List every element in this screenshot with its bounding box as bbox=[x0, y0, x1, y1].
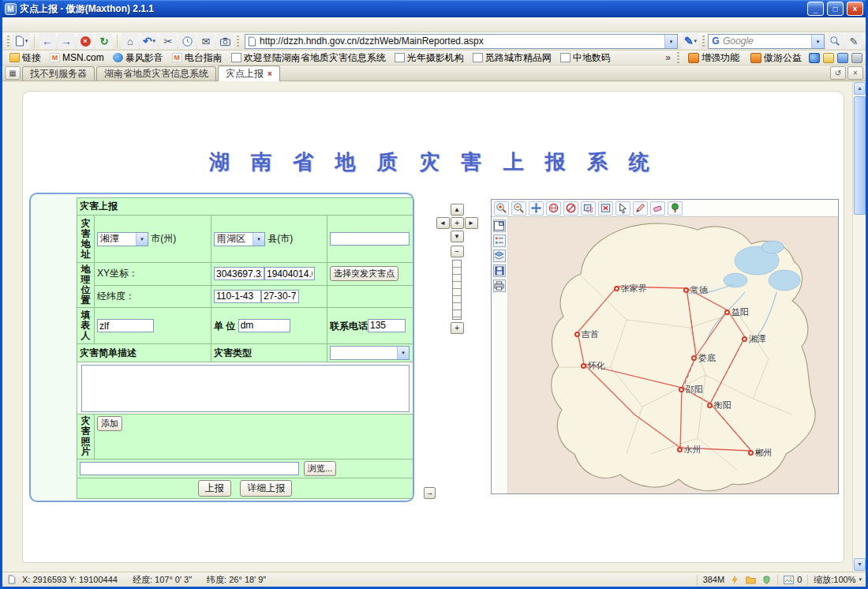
reporter-input[interactable] bbox=[97, 319, 154, 332]
pan-tool-button[interactable] bbox=[529, 201, 544, 216]
links-bar-link[interactable]: 觅路城市精品网 bbox=[469, 51, 556, 66]
highlight-button[interactable]: ✎ bbox=[845, 33, 862, 49]
pan-left-button[interactable]: ◄ bbox=[436, 217, 450, 229]
y-coordinate-input[interactable] bbox=[264, 267, 315, 280]
stop-button[interactable]: × bbox=[77, 33, 94, 49]
pan-center-button[interactable]: + bbox=[451, 217, 464, 229]
links-bar-link[interactable]: 中地数码 bbox=[556, 51, 615, 66]
links-bar-link[interactable]: 欢迎登陆湖南省地质灾害信息系统 bbox=[227, 51, 390, 66]
clear-selection-button[interactable] bbox=[598, 201, 613, 216]
reopen-closed-tab-button[interactable]: ↺ bbox=[830, 66, 846, 80]
links-bar-link[interactable]: 电台指南 bbox=[168, 51, 226, 66]
links-bar-tool[interactable]: 傲游公益 bbox=[746, 51, 806, 66]
close-button[interactable]: × bbox=[847, 2, 863, 16]
zoom-out-step-button[interactable]: − bbox=[451, 246, 464, 257]
map-city-marker[interactable]: 益阳 bbox=[724, 306, 749, 318]
snapshot-button[interactable] bbox=[216, 33, 234, 49]
search-engine-dropdown[interactable]: ▾ bbox=[811, 35, 824, 48]
phone-input[interactable] bbox=[368, 319, 406, 332]
history-button[interactable] bbox=[178, 33, 196, 49]
world-icon[interactable] bbox=[809, 53, 820, 63]
image-filter-group[interactable]: 0 bbox=[784, 575, 802, 585]
detailed-report-button[interactable]: 详细上报 bbox=[240, 480, 292, 497]
search-button[interactable] bbox=[826, 33, 844, 49]
links-bar-link[interactable]: 暴风影音 bbox=[109, 51, 167, 66]
select-rectangle-button[interactable] bbox=[581, 201, 596, 216]
map-city-marker[interactable]: 怀化 bbox=[581, 360, 605, 372]
address-input[interactable]: http://dzzh.hndh.gov.cn/dzzhWeb/MainRepo… bbox=[256, 36, 664, 47]
identify-button[interactable] bbox=[615, 201, 630, 216]
split-screen-icon[interactable] bbox=[823, 53, 834, 63]
map-city-marker[interactable]: 邵阳 bbox=[679, 384, 703, 396]
boost-icon[interactable] bbox=[730, 575, 740, 585]
search-box[interactable]: Google ▾ bbox=[708, 34, 825, 49]
refresh-button[interactable]: ↻ bbox=[95, 33, 113, 49]
longitude-input[interactable] bbox=[214, 290, 261, 303]
zoom-in-button[interactable] bbox=[494, 201, 509, 216]
links-overflow-chevron[interactable]: » bbox=[664, 52, 672, 63]
tab-menu-button[interactable]: × bbox=[847, 66, 863, 80]
menu-item[interactable] bbox=[18, 23, 31, 26]
scroll-up-button[interactable]: ▲ bbox=[854, 82, 866, 95]
measure-button[interactable] bbox=[633, 201, 648, 216]
map-city-marker[interactable]: 张家界 bbox=[614, 283, 647, 294]
map-view[interactable]: 张家界 常德 益阳 吉首 bbox=[508, 217, 838, 493]
pan-down-button[interactable]: ▼ bbox=[451, 231, 464, 242]
menu-item[interactable] bbox=[56, 23, 69, 26]
county-select[interactable]: 雨湖区 ▾ bbox=[214, 232, 265, 246]
latitude-input[interactable] bbox=[261, 290, 299, 303]
scroll-down-button[interactable]: ▼ bbox=[854, 558, 866, 571]
browser-tab[interactable]: 灾点上报 × bbox=[218, 66, 280, 81]
save-map-button[interactable] bbox=[493, 264, 506, 277]
unit-input[interactable] bbox=[238, 319, 290, 332]
links-bar-link[interactable]: MSN.com bbox=[46, 51, 108, 64]
browser-tab[interactable]: 找不到服务器 × bbox=[22, 66, 95, 81]
map-city-marker[interactable]: 永州 bbox=[677, 444, 702, 456]
links-bar-link[interactable]: 光年摄影机构 bbox=[391, 51, 468, 66]
page-scrollbar[interactable]: ▲ ▼ bbox=[852, 81, 866, 572]
previous-view-button[interactable] bbox=[563, 201, 578, 216]
map-city-marker[interactable]: 郴州 bbox=[748, 447, 773, 459]
minimize-button[interactable]: _ bbox=[807, 2, 824, 16]
magic-fill-button[interactable]: ✎ ▾ bbox=[682, 33, 699, 49]
submit-report-button[interactable]: 上报 bbox=[198, 480, 231, 497]
address-detail-input[interactable] bbox=[330, 232, 410, 246]
collapse-form-panel-button[interactable]: → bbox=[424, 487, 436, 499]
maximize-button[interactable]: □ bbox=[827, 2, 844, 16]
pan-right-button[interactable]: ► bbox=[465, 217, 478, 229]
toolbar-grip[interactable] bbox=[702, 36, 705, 47]
print-map-button[interactable] bbox=[493, 279, 506, 292]
menu-item[interactable] bbox=[6, 23, 18, 26]
zoom-out-button[interactable] bbox=[511, 201, 526, 216]
eraser-button[interactable] bbox=[650, 201, 665, 216]
x-coordinate-input[interactable] bbox=[214, 267, 264, 280]
undo-button[interactable]: ↶ ▾ bbox=[140, 33, 158, 49]
security-shield-icon[interactable] bbox=[761, 575, 772, 585]
legend-tree-button[interactable] bbox=[668, 201, 683, 216]
city-select[interactable]: 湘潭 ▾ bbox=[97, 232, 148, 246]
photo-file-input[interactable] bbox=[80, 462, 299, 475]
mute-icon[interactable] bbox=[851, 53, 862, 63]
map-city-marker[interactable]: 湘潭 bbox=[742, 333, 766, 345]
toolbar-grip[interactable] bbox=[677, 52, 679, 63]
map-city-marker[interactable]: 吉首 bbox=[574, 328, 599, 340]
menu-item[interactable] bbox=[31, 23, 43, 26]
toolbar-grip[interactable] bbox=[237, 36, 239, 47]
pick-disaster-point-button[interactable]: 选择突发灾害点 bbox=[330, 266, 398, 281]
browser-tab[interactable]: 湖南省地质灾害信息系统 × bbox=[96, 66, 216, 81]
legend-button[interactable] bbox=[493, 234, 506, 247]
home-button[interactable]: ⌂ bbox=[122, 33, 139, 49]
browse-button[interactable]: 浏览... bbox=[304, 461, 336, 476]
zoom-control[interactable]: 缩放:100% ▾ bbox=[814, 574, 862, 586]
download-manager-icon[interactable] bbox=[837, 53, 848, 63]
downloads-folder-icon[interactable] bbox=[746, 575, 756, 585]
layers-button[interactable] bbox=[493, 249, 506, 262]
address-dropdown-button[interactable]: ▾ bbox=[664, 35, 677, 48]
zoom-in-step-button[interactable]: + bbox=[451, 322, 464, 334]
add-photo-button[interactable]: 添加 bbox=[97, 416, 122, 431]
menu-item[interactable] bbox=[69, 23, 81, 26]
map-city-marker[interactable]: 衡阳 bbox=[707, 400, 731, 411]
zoom-slider[interactable] bbox=[452, 260, 462, 320]
tab-close-icon[interactable]: × bbox=[268, 69, 272, 78]
address-bar[interactable]: http://dzzh.hndh.gov.cn/dzzhWeb/MainRepo… bbox=[245, 34, 678, 49]
